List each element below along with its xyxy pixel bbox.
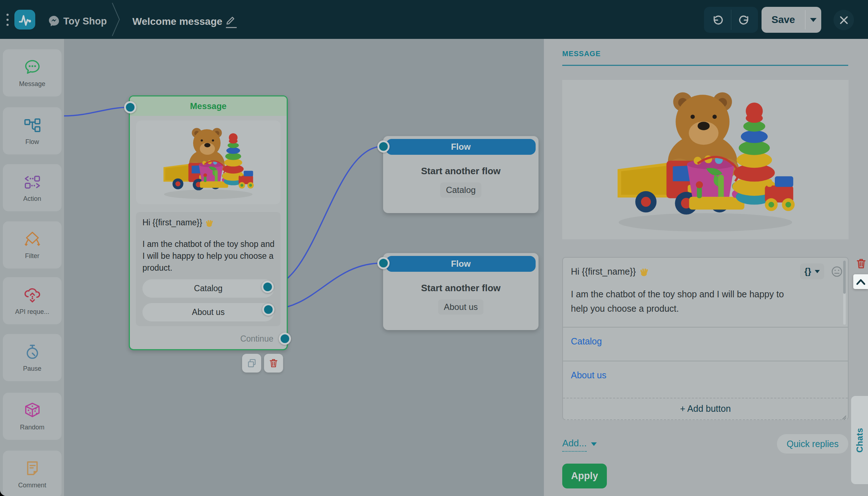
collapse-editor-button[interactable]: [853, 274, 868, 289]
emoji-picker-button[interactable]: [831, 266, 843, 278]
chevron-up-icon: [856, 278, 866, 285]
waving-hand-emoji: [205, 218, 214, 227]
message-textarea[interactable]: Hi {{first_name}} I am the chatbot of th…: [563, 258, 848, 327]
save-button[interactable]: Save: [762, 14, 805, 26]
topbar: Toy Shop Welcome message: [0, 0, 868, 39]
history-buttons: [704, 7, 758, 33]
palette-item-label: API reque...: [15, 308, 49, 316]
palette-item-label: Action: [23, 195, 41, 203]
button-row-about-us: About us: [563, 361, 848, 398]
textarea-scrollbar: [843, 261, 846, 325]
smiley-icon: [831, 266, 843, 278]
flow-catalog-input-port[interactable]: [377, 140, 390, 153]
message-node-input-port[interactable]: [124, 101, 136, 113]
redo-button[interactable]: [731, 7, 758, 33]
redo-arrow-icon: [739, 14, 751, 26]
flow-node-title: Start another flow: [383, 166, 538, 177]
chevron-down-icon: [591, 442, 597, 446]
palette-item-label: Flow: [25, 138, 39, 146]
trash-icon: [856, 258, 867, 270]
chats-tab-label: Chats: [855, 428, 865, 452]
message-bubble: Hi {{first_name}} I am the chatbot of th…: [136, 212, 281, 326]
messenger-icon: [48, 15, 60, 27]
palette-item-random[interactable]: Random: [3, 393, 62, 440]
body-text: I am the chatbot of the toy shop and I w…: [142, 238, 275, 274]
flow-node-title: Start another flow: [383, 283, 538, 294]
apply-button[interactable]: Apply: [562, 464, 607, 488]
node-actions: [242, 354, 283, 373]
panel-image-preview[interactable]: [562, 80, 849, 239]
panel-section-title: MESSAGE: [562, 50, 601, 58]
message-node-image: [136, 121, 281, 204]
kebab-menu-icon[interactable]: [5, 14, 10, 26]
save-options-button[interactable]: [805, 18, 821, 22]
palette-item-flow[interactable]: Flow: [3, 107, 62, 154]
channel-name: Toy Shop: [63, 16, 107, 27]
pulse-logo[interactable]: [14, 10, 35, 30]
palette-item-label: Filter: [25, 252, 40, 260]
delete-node-button[interactable]: [264, 354, 283, 373]
continue-label: Continue: [240, 334, 273, 344]
flow-node-target: About us: [438, 299, 484, 315]
flow-node-catalog[interactable]: Flow Start another flow Catalog: [383, 136, 538, 213]
palette-item-comment[interactable]: Comment: [3, 451, 62, 496]
close-icon: [839, 15, 849, 25]
variable-braces-icon: {}: [804, 266, 811, 276]
undo-arrow-icon: [711, 14, 723, 26]
palette-item-api-request[interactable]: API reque...: [3, 277, 62, 324]
flow-about-us-input-port[interactable]: [377, 257, 390, 269]
about-us-button-link[interactable]: About us: [571, 370, 606, 380]
flow-builder-app: Toy Shop Welcome message: [0, 0, 868, 496]
breadcrumb-chevron: [111, 0, 122, 39]
api-cloud-icon: [23, 286, 42, 305]
palette-item-action[interactable]: Action: [3, 164, 62, 211]
palette-item-label: Message: [19, 80, 45, 88]
message-editor: Hi {{first_name}} I am the chatbot of th…: [562, 257, 849, 420]
insert-variable-button[interactable]: {}: [800, 263, 824, 279]
palette-item-pause[interactable]: Pause: [3, 334, 62, 381]
palette-item-label: Comment: [18, 482, 46, 489]
flow-node-header: Flow: [386, 139, 536, 155]
palette-item-label: Pause: [23, 365, 41, 373]
chevron-down-icon: [810, 18, 817, 22]
scrollbar-thumb[interactable]: [843, 261, 846, 294]
chats-tab[interactable]: Chats: [851, 396, 868, 484]
flow-node-header: Flow: [386, 256, 536, 272]
flow-title: Welcome message: [132, 16, 222, 27]
node-button-catalog[interactable]: Catalog: [142, 279, 274, 298]
palette-item-label: Random: [20, 424, 44, 431]
palette-item-filter[interactable]: Filter: [3, 221, 62, 269]
edit-title-button[interactable]: [225, 14, 238, 29]
about-us-output-port[interactable]: [262, 303, 274, 316]
message-node-header: Message: [130, 96, 287, 116]
add-element-dropdown[interactable]: Add...: [562, 438, 597, 452]
pulse-icon: [17, 13, 33, 27]
button-row-catalog: Catalog: [563, 327, 848, 361]
delete-message-button[interactable]: [856, 258, 867, 270]
quick-replies-button[interactable]: Quick replies: [777, 434, 848, 454]
catalog-output-port[interactable]: [262, 281, 274, 293]
body-text: I am the chatbot of the toy shop and I w…: [571, 287, 801, 316]
pause-timer-icon: [23, 343, 42, 361]
panel-divider: [562, 65, 848, 66]
duplicate-node-button[interactable]: [242, 354, 261, 373]
flow-branch-icon: [23, 116, 42, 135]
resize-grip[interactable]: [841, 415, 846, 420]
catalog-button-link[interactable]: Catalog: [571, 336, 602, 346]
chevron-down-icon: [815, 270, 820, 273]
random-dice-icon: [23, 401, 42, 420]
flow-node-about-us[interactable]: Flow Start another flow About us: [383, 253, 538, 330]
continue-output-port[interactable]: [279, 333, 291, 345]
save-button-group: Save: [762, 7, 821, 33]
close-button[interactable]: [833, 10, 854, 30]
message-bubble-icon: [23, 58, 42, 77]
pencil-icon: [225, 14, 237, 26]
add-button-row[interactable]: + Add button: [563, 398, 848, 419]
flow-canvas[interactable]: Message Hi {{first_name}} I am the chatb…: [64, 39, 544, 496]
toys-photo: [144, 122, 273, 203]
node-button-about-us[interactable]: About us: [142, 303, 274, 321]
palette-item-message[interactable]: Message: [3, 49, 62, 96]
undo-button[interactable]: [704, 7, 731, 33]
trash-icon: [269, 358, 278, 368]
copy-icon: [247, 358, 257, 368]
